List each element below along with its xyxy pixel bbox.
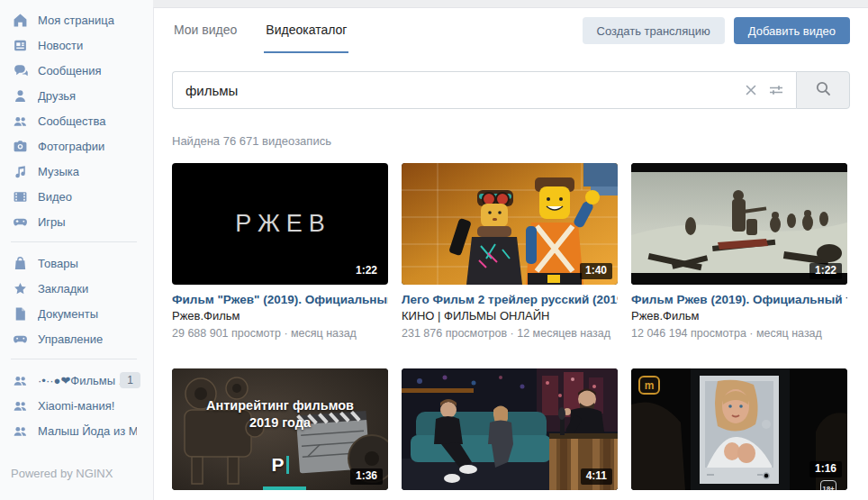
tab-video-catalog[interactable]: Видеокаталог [264,8,348,53]
sidebar-item-label: Товары [38,257,78,270]
sidebar-item-label: Закладки [38,282,88,295]
video-stats: 12 046 194 просмотра · месяц назад [631,326,847,341]
group-icon [11,371,29,389]
video-card: 4:11 [402,368,618,490]
video-title[interactable]: Фильм "Ржев" (2019). Официальный тр... [172,292,388,308]
app: Моя страница Новости Сообщения Друзья Со… [0,0,868,500]
sidebar-item-music[interactable]: Музыка [11,159,153,184]
video-card: Антирейтинг фильмов 2019 года P 1:36 [172,368,388,490]
document-icon [11,305,29,323]
video-card: 1:22 Фильм Ржев (2019). Официальный тре.… [631,163,847,341]
video-duration-badge: 1:22 [809,263,842,279]
search-icon [815,80,832,100]
video-author[interactable]: Ржев.Фильм [172,308,388,324]
group-icon [11,422,29,440]
photos-icon [11,137,29,155]
home-icon [11,11,29,29]
group-counter-badge: 1 [120,372,140,388]
video-panel: Мои видео Видеокаталог Создать трансляци… [153,7,868,500]
sidebar-group-xiaomi[interactable]: Xiaomi-мания! [11,393,153,418]
filter-icon[interactable] [764,77,789,103]
sidebar-item-news[interactable]: Новости [11,32,153,58]
sidebar-item-profile[interactable]: Моя страница [11,7,153,32]
search-input[interactable] [173,83,738,98]
video-duration-badge: 1:22 [350,263,383,279]
video-thumbnail[interactable]: 1:22 [631,163,847,285]
progress-bar [263,486,306,490]
sidebar-item-label: Игры [38,215,66,229]
tab-my-videos[interactable]: Мои видео [172,8,239,53]
sidebar-divider [11,359,137,359]
sidebar-item-label: Друзья [38,89,76,103]
video-author[interactable]: Ржев.Фильм [631,308,847,324]
panel-header: Мои видео Видеокаталог Создать трансляци… [172,8,850,53]
sidebar-item-manage[interactable]: Управление [11,326,153,351]
video-duration-badge: 4:11 [581,468,612,485]
manage-icon [11,330,29,348]
sidebar-item-friends[interactable]: Друзья [11,83,153,108]
video-card: РЖЕВ 1:22 Фильм "Ржев" (2019). Официальн… [172,163,388,341]
video-title[interactable]: Фильм Ржев (2019). Официальный тре... [631,292,847,308]
video-duration-badge: 1:36 [350,468,383,485]
sidebar-item-label: Новости [38,39,83,52]
gamepad-icon [11,213,29,231]
sidebar-item-bookmarks[interactable]: Закладки [11,276,153,301]
sidebar-group-yoda[interactable]: Малыш Йода из М.. [11,418,153,443]
video-title[interactable]: Лего Фильм 2 трейлер русский (2019) [402,292,618,308]
sidebar-item-games[interactable]: Игры [11,209,153,234]
sidebar-item-communities[interactable]: Сообщества [11,108,153,133]
news-icon [11,36,29,54]
tabs: Мои видео Видеокаталог [172,8,348,53]
sidebar-item-messages[interactable]: Сообщения [11,58,153,83]
sidebar-item-label: Сообщества [38,114,106,128]
sidebar-item-label: Видео [38,190,72,204]
friends-icon [11,86,29,105]
sidebar: Моя страница Новости Сообщения Друзья Со… [0,0,153,500]
video-thumbnail[interactable]: m 1:16 18+ [631,368,847,490]
messages-icon [11,61,29,79]
header-actions: Создать трансляцию Добавить видео [583,17,850,44]
sidebar-item-photos[interactable]: Фотографии [11,133,153,159]
video-duration-badge: 1:16 [809,461,842,477]
main-area: Мои видео Видеокаталог Создать трансляци… [153,0,868,500]
video-card: m 1:16 18+ [631,368,847,490]
results-count: Найдена 76 671 видеозапись [172,134,850,148]
video-thumbnail[interactable]: РЖЕВ 1:22 [172,163,388,285]
clear-search-icon[interactable] [738,77,764,103]
star-icon [11,279,29,297]
search-button[interactable] [796,71,850,109]
sidebar-item-label: Моя страница [38,14,114,27]
video-thumbnail[interactable]: 1:40 [402,163,618,285]
sidebar-divider [11,241,137,242]
sidebar-group-label: ·•··●❤Фильмы ... [38,374,120,387]
sidebar-group-label: Xiaomi-мания! [38,399,114,413]
sidebar-group-films[interactable]: ·•··●❤Фильмы ... 1 [11,368,153,393]
powered-by-label: Powered by NGINX [11,467,113,480]
music-icon [11,162,29,180]
search-bar [172,71,850,109]
sidebar-group-label: Малыш Йода из М.. [38,424,137,438]
video-thumbnail[interactable]: Антирейтинг фильмов 2019 года P 1:36 [172,368,388,490]
sidebar-item-documents[interactable]: Документы [11,301,153,326]
sidebar-item-label: Управление [38,332,103,346]
video-stats: 29 688 901 просмотр · месяц назад [172,326,388,341]
video-thumbnail[interactable]: 4:11 [402,368,618,490]
video-author[interactable]: КИНО | ФИЛЬМЫ ОНЛАЙН [402,308,618,324]
search-box [172,71,796,109]
add-video-button[interactable]: Добавить видео [734,17,850,44]
page-background-strip [153,0,868,7]
sidebar-item-video[interactable]: Видео [11,184,153,209]
communities-icon [11,112,29,130]
video-icon [11,187,29,205]
sidebar-item-label: Фотографии [38,140,104,153]
sidebar-item-market[interactable]: Товары [11,250,153,276]
video-duration-badge: 1:40 [580,263,612,279]
group-icon [11,396,29,414]
video-card: 1:40 Лего Фильм 2 трейлер русский (2019)… [402,163,618,341]
sidebar-item-label: Документы [38,307,98,321]
sidebar-item-label: Музыка [38,165,79,178]
create-broadcast-button[interactable]: Создать трансляцию [583,17,725,44]
sidebar-item-label: Сообщения [38,64,102,77]
video-stats: 231 876 просмотров · 12 месяцев назад [402,326,618,341]
age-restriction-badge: 18+ [820,480,836,490]
